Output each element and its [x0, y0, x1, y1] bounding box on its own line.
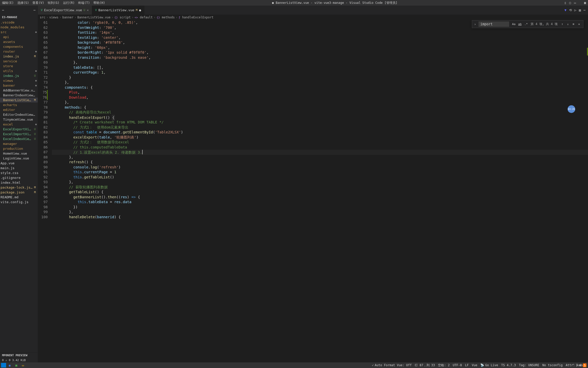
folder-item[interactable]: production — [0, 146, 38, 151]
find-close-icon[interactable]: ✕ — [577, 22, 582, 27]
file-item[interactable]: index.html — [0, 180, 38, 185]
status-tsconfig[interactable]: No tsconfig — [542, 363, 562, 367]
code-line[interactable]: }, — [52, 80, 588, 85]
minimap[interactable] — [586, 20, 588, 362]
code-line[interactable]: currentPage: 1, — [52, 70, 588, 75]
find-prev-icon[interactable]: ↑ — [560, 22, 565, 27]
breadcrumb-item[interactable]: views — [49, 16, 58, 19]
breadcrumb-item[interactable]: src — [40, 16, 45, 19]
folder-item[interactable]: views — [0, 78, 38, 83]
file-item[interactable]: BannerIndexView.vue — [0, 93, 38, 98]
status-encoding[interactable]: UTF-8 — [453, 363, 462, 367]
folder-item[interactable]: assets — [0, 39, 38, 44]
timer-badge[interactable]: 03:26 — [568, 105, 575, 113]
code-line[interactable]: getTableList() { — [52, 190, 588, 195]
code-line[interactable]: transition: 'background .3s ease', — [52, 55, 588, 60]
code-content[interactable]: color: 'rgba(0, 0, 0, .85)', fontWeight:… — [52, 20, 588, 362]
menu-item[interactable]: 转到(G) — [48, 1, 59, 5]
tray-up-icon[interactable]: ˄ — [572, 363, 574, 367]
file-item[interactable]: ExcelExportView.vueU — [0, 127, 38, 132]
code-line[interactable]: console.log('refresh') — [52, 165, 588, 170]
code-line[interactable]: // this.computedTableData — [52, 145, 588, 150]
taskbar-vscode-icon[interactable] — [1, 363, 6, 367]
folder-item[interactable]: node_modules — [0, 25, 38, 30]
code-line[interactable]: Download, — [52, 95, 588, 100]
code-line[interactable]: height: '60px', — [52, 45, 588, 50]
file-item[interactable]: LoginView.vue — [0, 156, 38, 161]
folder-item[interactable]: banner — [0, 83, 38, 88]
menu-item[interactable]: 选择(S) — [17, 1, 29, 5]
status-cursor[interactable]: 行 87，列 33 — [415, 363, 435, 367]
folder-item[interactable]: router — [0, 49, 38, 54]
file-item[interactable]: package.jsonM — [0, 190, 38, 195]
code-line[interactable]: textAlign: 'center', — [52, 35, 588, 40]
editor-tab[interactable]: VExcelExportView.vueU× — [38, 6, 92, 15]
code-line[interactable]: }, — [52, 60, 588, 65]
code-line[interactable]: this.getTableList() — [52, 175, 588, 180]
status-ts[interactable]: TS 4.7.3 — [501, 363, 516, 367]
run-icon[interactable]: ▷ — [574, 8, 577, 12]
vite-icon[interactable]: ▼ — [565, 8, 567, 12]
file-item[interactable]: index.jsM — [0, 54, 38, 59]
code-line[interactable]: tableData: [], — [52, 65, 588, 70]
code-line[interactable]: borderRight: '1px solid #f0f0f0', — [52, 50, 588, 55]
editor[interactable]: 6162636465666768697071727374757677787980… — [38, 20, 588, 362]
breadcrumb-item[interactable]: banner — [62, 16, 73, 19]
file-item[interactable]: README.md — [0, 195, 38, 200]
taskbar-explorer-icon[interactable]: ▭ — [20, 363, 26, 368]
menu-item[interactable]: 编辑(E) — [2, 1, 14, 5]
find-selection-icon[interactable]: ≡ — [571, 22, 576, 27]
project-name[interactable]: E3-MANAGE — [0, 15, 38, 20]
tray-bt-icon[interactable]: ᛒ — [576, 363, 578, 367]
folder-item[interactable]: utils — [0, 68, 38, 73]
code-line[interactable]: components: { — [52, 85, 588, 90]
more-icon[interactable]: ⋯ — [33, 8, 35, 12]
code-line[interactable]: refresh() { — [52, 160, 588, 165]
whole-word-icon[interactable]: ab — [517, 22, 522, 27]
find-expand-icon[interactable]: › — [474, 22, 476, 26]
tray-wifi-icon[interactable]: ⊕ — [579, 363, 581, 367]
status-spaces[interactable]: 空格: 2 — [438, 363, 450, 367]
folder-item[interactable]: components — [0, 44, 38, 49]
code-line[interactable]: handleExcelExport() { — [52, 115, 588, 120]
file-item[interactable]: style.css — [0, 170, 38, 175]
layout-icon[interactable]: ▦ — [584, 1, 586, 5]
status-golive[interactable]: 📡 Go Live — [480, 363, 498, 367]
breadcrumb-item[interactable]: {} script — [114, 16, 131, 19]
code-line[interactable]: }, — [52, 180, 588, 185]
menu-item[interactable]: 查看(V) — [32, 1, 44, 5]
file-item[interactable]: .gitignore — [0, 175, 38, 180]
collapse-icon[interactable]: ⋯ — [2, 8, 4, 12]
tray-ime-icon[interactable]: S — [583, 363, 586, 367]
file-item[interactable]: main.js — [0, 166, 38, 170]
match-case-icon[interactable]: Aa — [511, 22, 516, 27]
file-item[interactable]: vite.config.js — [0, 200, 38, 204]
editor-tab[interactable]: VBannerListView.vueM● — [92, 6, 144, 15]
file-item[interactable]: HomeView.vue — [0, 151, 38, 156]
code-line[interactable]: // 1.设置excel的表头 2. 传递数据 3. — [52, 150, 588, 155]
folder-item[interactable]: api — [0, 34, 38, 39]
code-line[interactable]: // 方式2： 使用数据导出excel — [52, 140, 588, 145]
find-next-icon[interactable]: ↓ — [565, 22, 570, 27]
code-line[interactable]: fontSize: '14px', — [52, 30, 588, 35]
folder-item[interactable]: service — [0, 59, 38, 64]
taskbar-chrome-icon[interactable]: ◉ — [7, 363, 13, 368]
file-item[interactable]: ExcelIndexView.vueU — [0, 136, 38, 141]
code-line[interactable]: }, — [52, 100, 588, 105]
breadcrumb[interactable]: src›views›banner›BannerListView.vue›{} s… — [38, 15, 588, 20]
file-item[interactable]: package-lock.jsonM — [0, 185, 38, 190]
code-line[interactable]: background: '#f8f8f8', — [52, 40, 588, 45]
breadcrumb-item[interactable]: {} methods — [157, 16, 175, 19]
status-autoformat[interactable]: ✓ Auto Format Vue: Off — [372, 363, 412, 367]
split-icon[interactable]: ▥ — [579, 8, 581, 12]
code-line[interactable]: this.currentPage = 1 — [52, 170, 588, 175]
file-item[interactable]: TinymceView.vue — [0, 117, 38, 122]
regex-icon[interactable]: .* — [523, 22, 529, 27]
folder-item[interactable]: echarts — [0, 102, 38, 107]
code-line[interactable]: this.tableData = res.data — [52, 200, 588, 205]
menu-item[interactable]: 帮助(H) — [93, 1, 105, 5]
code-line[interactable]: excelExport(table, '轮播图列表') — [52, 135, 588, 140]
code-line[interactable]: methods: { — [52, 105, 588, 110]
code-line[interactable]: }, — [52, 210, 588, 215]
component-preview-title[interactable]: MPONENT PREVIEW — [0, 352, 38, 358]
